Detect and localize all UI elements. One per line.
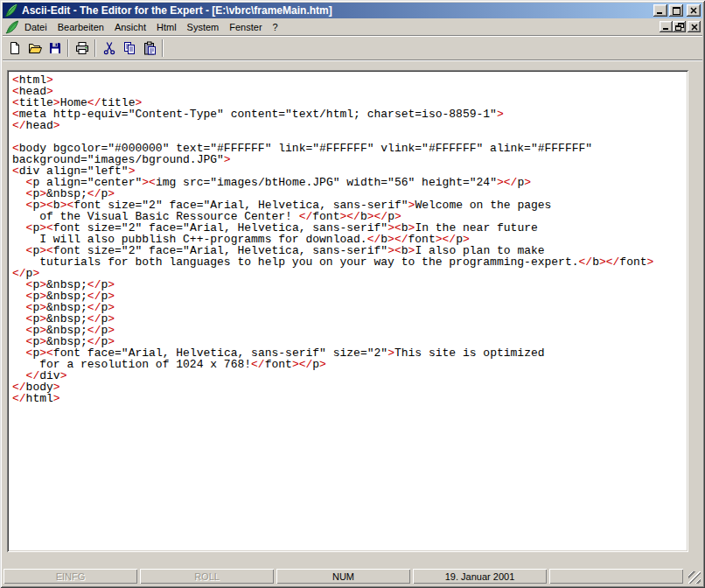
window-title: Ascii-Edit - The Editor for the Expert -… bbox=[22, 4, 652, 18]
menu-item-fenster[interactable]: Fenster bbox=[224, 20, 267, 34]
toolbar bbox=[3, 35, 702, 60]
menu-item-datei[interactable]: Datei bbox=[19, 20, 52, 34]
menu-item-help[interactable]: ? bbox=[268, 20, 283, 34]
code-line: </html> bbox=[12, 393, 683, 404]
status-panel-date: 19. Januar 2001 bbox=[413, 569, 547, 584]
printer-icon bbox=[75, 41, 89, 55]
code-line: tuturials for both languages to help you… bbox=[12, 256, 683, 268]
maximize-button[interactable] bbox=[669, 4, 683, 17]
floppy-disk-icon bbox=[48, 41, 62, 55]
mdi-client-area: <html><head><title>Home</title><meta htt… bbox=[3, 60, 702, 565]
save-file-button[interactable] bbox=[45, 38, 65, 58]
print-button[interactable] bbox=[72, 38, 92, 58]
clipboard-icon bbox=[143, 41, 157, 55]
mdi-minimize-icon bbox=[663, 24, 670, 30]
status-bar: EINFG ROLL NUM 19. Januar 2001 bbox=[3, 565, 702, 585]
code-editor[interactable]: <html><head><title>Home</title><meta htt… bbox=[7, 70, 688, 552]
code-line: <html> bbox=[12, 74, 683, 86]
new-page-icon bbox=[8, 41, 22, 55]
code-area: <html><head><title>Home</title><meta htt… bbox=[12, 74, 683, 404]
mdi-close-icon bbox=[691, 24, 698, 31]
paste-button[interactable] bbox=[139, 38, 159, 58]
copy-pages-icon bbox=[122, 41, 136, 55]
toolbar-separator bbox=[67, 39, 68, 57]
maximize-icon bbox=[673, 7, 681, 15]
code-line: </head> bbox=[12, 120, 683, 131]
app-window: Ascii-Edit - The Editor for the Expert -… bbox=[0, 0, 705, 588]
toolbar-separator bbox=[162, 39, 163, 57]
new-document-button[interactable] bbox=[4, 38, 24, 58]
menu-item-ansicht[interactable]: Ansicht bbox=[109, 20, 151, 34]
code-line: </div> bbox=[12, 370, 683, 382]
app-feather-icon bbox=[4, 4, 18, 18]
title-bar[interactable]: Ascii-Edit - The Editor for the Expert -… bbox=[3, 3, 702, 18]
minimize-icon bbox=[657, 8, 664, 14]
code-line: for a resolution of 1024 x 768!</font></… bbox=[12, 359, 683, 370]
open-file-button[interactable] bbox=[24, 38, 45, 58]
cut-button[interactable] bbox=[99, 38, 119, 58]
minimize-button[interactable] bbox=[653, 4, 667, 17]
menu-item-system[interactable]: System bbox=[182, 20, 225, 34]
close-button[interactable] bbox=[687, 4, 701, 17]
mdi-close-button[interactable] bbox=[688, 21, 701, 32]
code-line: </body> bbox=[12, 382, 683, 393]
status-panel-roll: ROLL bbox=[140, 569, 274, 584]
code-line: <meta http-equiv="Content-Type" content=… bbox=[12, 108, 683, 120]
status-panel-empty bbox=[549, 569, 683, 584]
mdi-document-feather-icon bbox=[5, 20, 19, 34]
copy-button[interactable] bbox=[119, 38, 139, 58]
resize-grip-icon[interactable] bbox=[688, 571, 701, 584]
mdi-restore-button[interactable] bbox=[673, 21, 686, 32]
scissors-icon bbox=[102, 41, 116, 55]
toolbar-separator bbox=[94, 39, 95, 57]
menu-bar: Datei Bearbeiten Ansicht Html System Fen… bbox=[3, 18, 702, 35]
mdi-restore-icon bbox=[675, 23, 684, 31]
status-panel-einfg: EINFG bbox=[3, 569, 137, 584]
menu-item-bearbeiten[interactable]: Bearbeiten bbox=[52, 20, 109, 34]
menu-item-html[interactable]: Html bbox=[151, 20, 182, 34]
status-panel-num: NUM bbox=[276, 569, 410, 584]
close-icon bbox=[690, 7, 697, 14]
mdi-minimize-button[interactable] bbox=[660, 21, 673, 32]
open-folder-icon bbox=[28, 41, 42, 55]
